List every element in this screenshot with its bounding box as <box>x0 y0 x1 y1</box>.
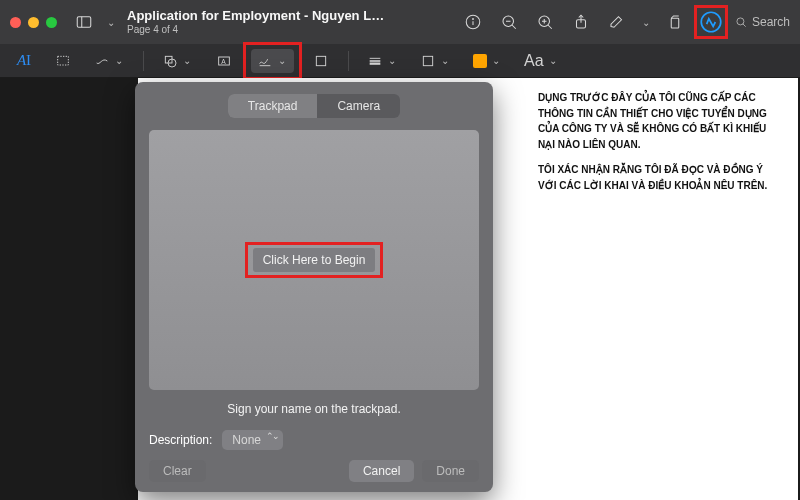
document-text: DỤNG TRƯỚC ĐÂY CỦA TÔI CŨNG CẤP CÁC THÔN… <box>538 90 780 152</box>
signature-canvas[interactable]: Click Here to Begin <box>149 130 479 390</box>
separator <box>143 51 144 71</box>
svg-rect-24 <box>316 56 325 65</box>
window-controls <box>10 17 57 28</box>
share-button[interactable] <box>568 9 594 35</box>
description-select[interactable]: None <box>222 430 283 450</box>
separator <box>348 51 349 71</box>
rotate-button[interactable] <box>662 9 688 35</box>
svg-line-9 <box>548 25 552 29</box>
chevron-down-icon[interactable]: ⌄ <box>640 17 652 28</box>
svg-point-4 <box>473 19 474 20</box>
svg-rect-18 <box>58 56 69 65</box>
markup-toggle-button[interactable] <box>698 9 724 35</box>
text-style-label: Aa <box>524 52 544 70</box>
clear-button[interactable]: Clear <box>149 460 206 482</box>
svg-line-17 <box>743 24 746 27</box>
description-label: Description: <box>149 433 212 447</box>
text-selection-tool[interactable]: AI <box>12 52 36 69</box>
tab-trackpad[interactable]: Trackpad <box>228 94 318 118</box>
text-tool[interactable]: A <box>211 49 237 73</box>
window-titlebar: ⌄ Application for Employment - Nguyen Le… <box>0 0 800 44</box>
text-style-tool[interactable]: Aa⌄ <box>520 49 563 73</box>
svg-rect-28 <box>423 56 432 65</box>
shapes-tool[interactable]: ⌄ <box>158 49 197 73</box>
svg-text:A: A <box>221 57 226 64</box>
page-indicator: Page 4 of 4 <box>127 24 387 36</box>
fill-color-tool[interactable]: ⌄ <box>469 49 506 73</box>
minimize-window-button[interactable] <box>28 17 39 28</box>
svg-line-6 <box>512 25 516 29</box>
cancel-button[interactable]: Cancel <box>349 460 414 482</box>
color-swatch-icon <box>473 54 487 68</box>
document-right-column: DỤNG TRƯỚC ĐÂY CỦA TÔI CŨNG CẤP CÁC THÔN… <box>538 90 780 203</box>
svg-rect-14 <box>671 18 679 28</box>
svg-rect-19 <box>165 56 172 63</box>
begin-signature-button[interactable]: Click Here to Begin <box>253 248 376 272</box>
document-text: TÔI XÁC NHẬN RẰNG TÔI ĐÃ ĐỌC VÀ ĐỒNG Ý V… <box>538 162 780 193</box>
sign-tool[interactable]: ⌄ <box>251 49 294 73</box>
done-button[interactable]: Done <box>422 460 479 482</box>
border-style-tool[interactable]: ⌄ <box>363 49 402 73</box>
markup-toolbar: AI ⌄ ⌄ A ⌄ ⌄ ⌄ ⌄ Aa⌄ <box>0 44 800 78</box>
document-title: Application for Employment - Nguyen Le..… <box>127 9 387 24</box>
info-button[interactable] <box>460 9 486 35</box>
toolbar-group-view: ⌄ Search <box>460 9 790 35</box>
zoom-in-button[interactable] <box>532 9 558 35</box>
signature-popover: Trackpad Camera Click Here to Begin Sign… <box>135 82 493 492</box>
search-placeholder: Search <box>752 15 790 29</box>
rectangle-select-tool[interactable] <box>50 49 76 73</box>
border-color-tool[interactable]: ⌄ <box>416 49 455 73</box>
chevron-down-icon[interactable]: ⌄ <box>105 17 117 28</box>
zoom-out-button[interactable] <box>496 9 522 35</box>
sidebar-toggle-button[interactable] <box>71 9 97 35</box>
close-window-button[interactable] <box>10 17 21 28</box>
svg-rect-0 <box>77 17 91 28</box>
title-block: Application for Employment - Nguyen Le..… <box>127 9 387 35</box>
search-field[interactable]: Search <box>734 15 790 29</box>
signature-instruction: Sign your name on the trackpad. <box>149 402 479 416</box>
tab-camera[interactable]: Camera <box>317 94 400 118</box>
signature-source-tabs: Trackpad Camera <box>228 94 400 118</box>
fullscreen-window-button[interactable] <box>46 17 57 28</box>
note-tool[interactable] <box>308 49 334 73</box>
highlight-tool-button[interactable] <box>604 9 630 35</box>
sketch-tool[interactable]: ⌄ <box>90 49 129 73</box>
